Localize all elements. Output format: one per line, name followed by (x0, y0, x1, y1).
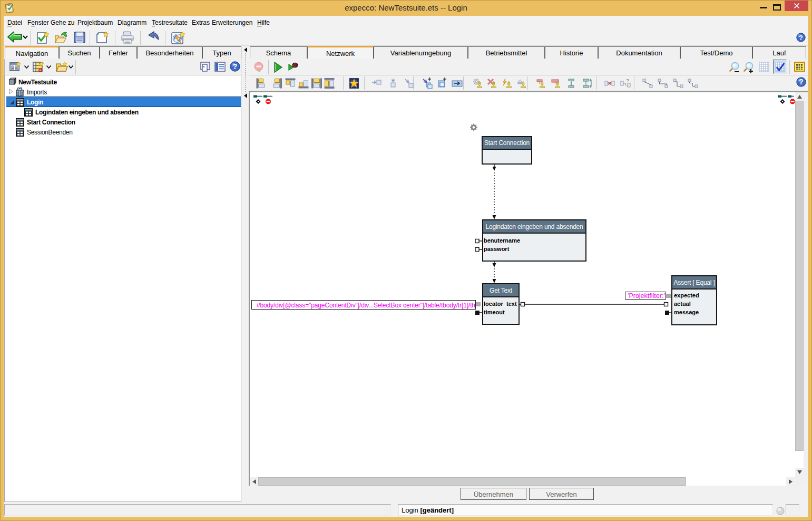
svg-text:?: ? (233, 62, 238, 71)
svg-text:?: ? (627, 78, 629, 83)
svg-text:?: ? (799, 34, 803, 42)
svg-text:?: ? (799, 78, 803, 86)
